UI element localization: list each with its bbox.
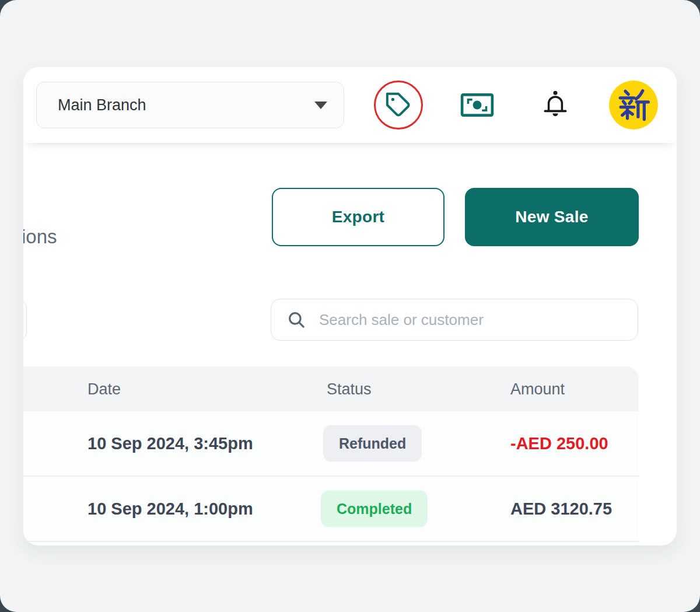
top-bar: Main Branch	[23, 67, 677, 143]
page-title-fragment: ions	[23, 226, 57, 248]
column-header-date: Date	[88, 380, 121, 398]
table-row[interactable]: 10 Sep 2024, 1:00pm Completed AED 3120.7…	[23, 477, 639, 542]
search-icon	[286, 310, 306, 330]
status-badge-completed: Completed	[321, 491, 428, 527]
chevron-down-icon	[314, 102, 327, 109]
table-header: Date Status Amount	[23, 366, 639, 411]
row-amount: AED 3120.75	[510, 499, 612, 519]
notifications-button[interactable]	[531, 81, 580, 130]
search-input[interactable]	[319, 299, 638, 340]
export-button[interactable]: Export	[272, 188, 444, 246]
search-box	[271, 299, 638, 341]
new-sale-button[interactable]: New Sale	[465, 188, 639, 246]
cash-icon-button[interactable]	[453, 81, 502, 130]
filter-control-partial[interactable]	[23, 299, 27, 341]
avatar-glyph-xin	[617, 89, 650, 121]
bell-icon	[541, 89, 570, 121]
column-header-amount: Amount	[510, 380, 565, 398]
main-card: Main Branch	[23, 67, 677, 545]
row-date: 10 Sep 2024, 1:00pm	[88, 499, 253, 519]
table-row[interactable]: 10 Sep 2024, 3:45pm Refunded -AED 250.00	[23, 411, 639, 477]
row-amount: -AED 250.00	[510, 434, 608, 453]
tag-icon-button[interactable]	[374, 81, 423, 130]
branch-selector[interactable]: Main Branch	[36, 82, 344, 128]
tag-icon	[385, 92, 412, 118]
branch-selector-value: Main Branch	[58, 96, 146, 114]
avatar[interactable]	[609, 81, 658, 130]
cash-icon	[460, 93, 494, 117]
row-date: 10 Sep 2024, 3:45pm	[88, 434, 253, 453]
status-badge-refunded: Refunded	[323, 425, 422, 462]
sales-table: Date Status Amount 10 Sep 2024, 3:45pm R…	[23, 366, 639, 542]
column-header-status: Status	[327, 380, 372, 398]
app-page: Main Branch	[0, 0, 700, 612]
